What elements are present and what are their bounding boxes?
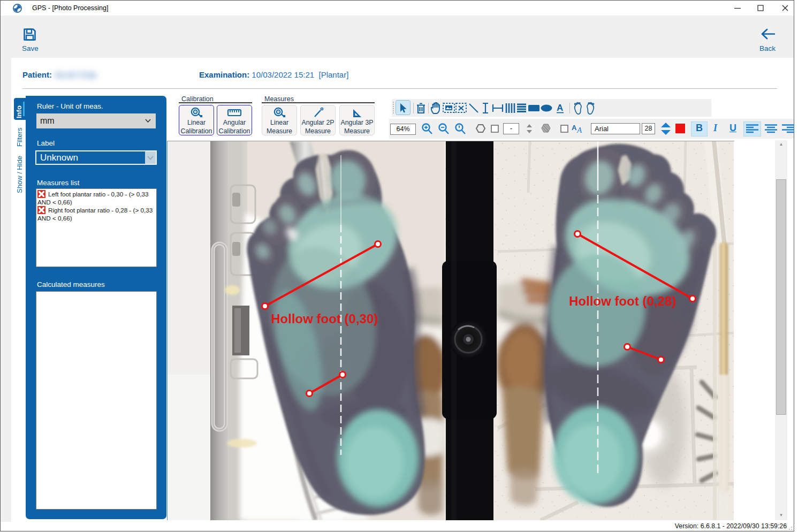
svg-text:A: A (557, 103, 563, 113)
svg-text:Hollow foot (0,30): Hollow foot (0,30) (271, 311, 378, 326)
svg-text:A: A (572, 124, 577, 132)
svg-text:A: A (576, 126, 582, 134)
svg-text:Hollow foot (0,28): Hollow foot (0,28) (569, 294, 676, 308)
